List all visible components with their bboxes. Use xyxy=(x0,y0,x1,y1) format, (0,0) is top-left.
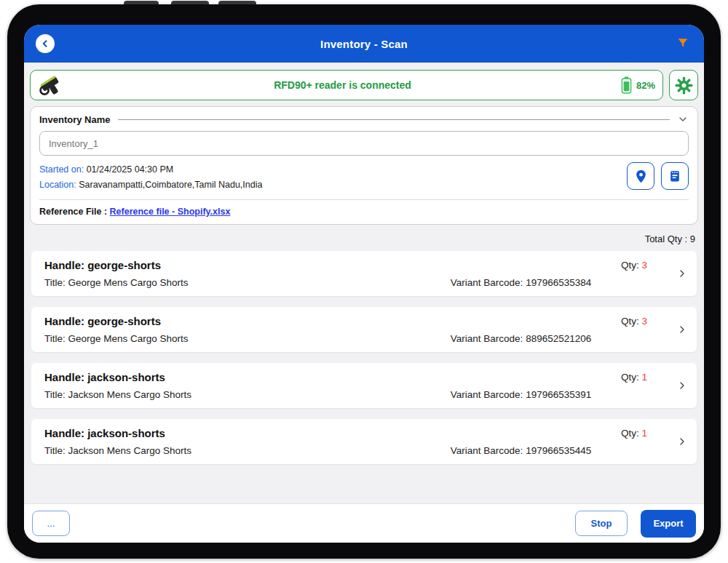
item-qty: Qty: 3 xyxy=(621,260,647,271)
gear-icon xyxy=(675,76,693,95)
map-pin-icon xyxy=(633,169,649,184)
chevron-right-icon[interactable] xyxy=(676,324,688,335)
reference-file-link[interactable]: Reference file - Shopify.xlsx xyxy=(110,207,231,217)
reader-status-box: RFD90+ reader is connected 82% xyxy=(30,70,663,100)
inventory-name-label: Inventory Name xyxy=(39,114,111,125)
item-handle: Handle: george-shorts xyxy=(44,315,161,327)
item-handle: Handle: jackson-shorts xyxy=(44,371,165,383)
reader-settings-button[interactable] xyxy=(669,70,698,100)
reader-status-row: RFD90+ reader is connected 82% xyxy=(30,70,698,100)
reference-file-row: Reference File : Reference file - Shopif… xyxy=(39,207,689,217)
funnel-icon xyxy=(676,36,690,51)
stage: Inventory - Scan xyxy=(0,0,728,563)
started-on-value: 01/24/2025 04:30 PM xyxy=(87,164,174,175)
export-button[interactable]: Export xyxy=(641,510,696,538)
item-row[interactable]: Handle: george-shorts Title: George Mens… xyxy=(31,307,697,352)
inventory-meta: Started on: 01/24/2025 04:30 PM Location… xyxy=(39,162,262,193)
divider xyxy=(118,119,670,120)
inventory-action-buttons xyxy=(627,162,689,190)
started-on-line: Started on: 01/24/2025 04:30 PM xyxy=(39,162,262,177)
item-title: Title: George Mens Cargo Shorts xyxy=(44,333,189,344)
item-barcode: Variant Barcode: 197966535445 xyxy=(451,445,591,456)
item-row[interactable]: Handle: jackson-shorts Title: Jackson Me… xyxy=(31,363,697,408)
divider xyxy=(39,199,689,200)
item-barcode: Variant Barcode: 197966535384 xyxy=(451,277,591,288)
total-qty: Total Qty : 9 xyxy=(24,225,704,251)
location-value: Saravanampatti,Coimbatore,Tamil Nadu,Ind… xyxy=(79,180,262,190)
item-handle: Handle: jackson-shorts xyxy=(44,427,165,439)
more-options-button[interactable]: ... xyxy=(32,511,70,536)
item-title: Title: George Mens Cargo Shorts xyxy=(44,277,189,288)
notepad-icon xyxy=(668,169,682,183)
location-label: Location: xyxy=(39,180,76,190)
item-qty: Qty: 1 xyxy=(621,372,647,383)
reference-file-label: Reference File : xyxy=(39,207,107,217)
item-row[interactable]: Handle: george-shorts Title: George Mens… xyxy=(31,251,697,296)
item-handle: Handle: george-shorts xyxy=(44,259,161,271)
filter-button[interactable] xyxy=(673,34,692,53)
stop-button[interactable]: Stop xyxy=(575,511,628,536)
chevron-right-icon[interactable] xyxy=(676,436,688,447)
location-line: Location: Saravanampatti,Coimbatore,Tami… xyxy=(39,177,262,193)
app-screen: Inventory - Scan xyxy=(24,25,704,543)
item-barcode: Variant Barcode: 197966535391 xyxy=(451,389,591,400)
inventory-name-input[interactable] xyxy=(39,131,689,156)
item-title: Title: Jackson Mens Cargo Shorts xyxy=(44,389,191,400)
inventory-info-row: Started on: 01/24/2025 04:30 PM Location… xyxy=(39,162,689,193)
app-header: Inventory - Scan xyxy=(24,25,704,63)
inventory-name-section-header[interactable]: Inventory Name xyxy=(39,113,689,125)
notes-button[interactable] xyxy=(661,162,689,190)
chevron-right-icon[interactable] xyxy=(676,268,688,279)
rfid-reader-icon xyxy=(38,73,64,97)
started-on-label: Started on: xyxy=(39,164,84,175)
page-title: Inventory - Scan xyxy=(320,38,408,50)
item-title: Title: Jackson Mens Cargo Shorts xyxy=(44,445,191,456)
item-qty: Qty: 3 xyxy=(621,316,647,327)
reader-status-message: RFD90+ reader is connected xyxy=(64,79,621,91)
item-barcode: Variant Barcode: 889652521206 xyxy=(451,333,591,344)
chevron-down-icon[interactable] xyxy=(677,113,689,125)
item-qty: Qty: 1 xyxy=(621,428,647,439)
back-button[interactable] xyxy=(36,34,55,53)
chevron-left-icon xyxy=(39,37,52,50)
battery-percent: 82% xyxy=(636,80,655,91)
inventory-details-card: Inventory Name Started on: 01/24/2025 04… xyxy=(30,106,698,225)
chevron-right-icon[interactable] xyxy=(676,380,688,391)
item-row[interactable]: Handle: jackson-shorts Title: Jackson Me… xyxy=(31,419,697,464)
battery-icon xyxy=(621,76,632,94)
scanned-item-list: Handle: george-shorts Title: George Mens… xyxy=(24,251,704,475)
footer-bar: ... Stop Export xyxy=(24,503,704,543)
location-button[interactable] xyxy=(627,162,654,190)
